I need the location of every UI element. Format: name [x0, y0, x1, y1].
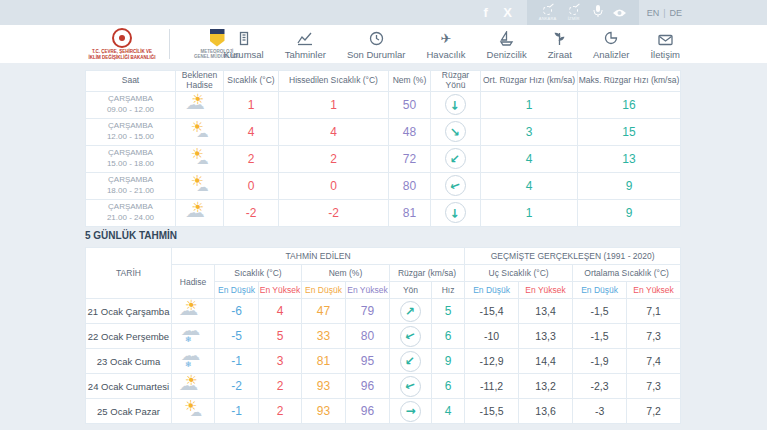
feels-like-value: 1 — [279, 91, 389, 118]
lang-separator: | — [663, 8, 665, 18]
humidity-value: 81 — [389, 199, 431, 226]
temp-high: 2 — [259, 374, 302, 399]
wind-direction-icon: → — [445, 175, 466, 196]
weather-icon — [183, 176, 217, 196]
hum-low: 93 — [302, 374, 346, 399]
max-wind-value: 13 — [578, 145, 681, 172]
weather-icon — [183, 203, 217, 223]
temp-value: 4 — [224, 118, 279, 145]
temp-high: 4 — [259, 299, 302, 324]
hum-low-header: En Düşük — [302, 282, 346, 299]
extreme-low: -12,9 — [465, 349, 519, 374]
city-widget-izmir[interactable]: İZMİR — [561, 5, 587, 21]
avg-high: 7,2 — [627, 399, 681, 424]
weather-icon — [176, 401, 210, 421]
temp-high: 5 — [259, 324, 302, 349]
date-label: 22 Ocak Perşembe — [86, 324, 172, 349]
group-forecast: TAHMİN EDİLEN — [172, 248, 465, 265]
col-ruzgar-yonu: Rüzgar Yönü — [431, 71, 481, 92]
extreme-low: -11,2 — [465, 374, 519, 399]
lang-de[interactable]: DE — [669, 8, 682, 18]
hourly-header-row: Saat Beklenen Hadise Sıcaklık (°C) Hisse… — [86, 71, 681, 92]
subcol-avg-temp: Ortalama Sıcaklık (°C) — [573, 265, 681, 282]
date-label: 25 Ocak Pazar — [86, 399, 172, 424]
content-area: Saat Beklenen Hadise Sıcaklık (°C) Hisse… — [0, 63, 767, 430]
avg-low: -3 — [573, 399, 627, 424]
daily-row: 24 Ocak Cumartesi -2 2 93 96 → 6 -11,2 1… — [86, 374, 681, 399]
group-past: GEÇMİŞTE GERÇEKLEŞEN (1991 - 2020) — [465, 248, 681, 265]
col-maks-hiz: Maks. Rüzgar Hızı (km/sa) — [578, 71, 681, 92]
nav-ziraat[interactable]: Ziraat — [548, 29, 572, 60]
weather-icon — [176, 301, 210, 321]
hum-low: 81 — [302, 349, 346, 374]
wind-dir-header: Yön — [390, 282, 432, 299]
wind-direction-icon: → — [400, 351, 421, 372]
max-wind-value: 15 — [578, 118, 681, 145]
lang-en[interactable]: EN — [647, 8, 660, 18]
date-label: 21 Ocak Çarşamba — [86, 299, 172, 324]
five-day-title: 5 GÜNLÜK TAHMİN — [85, 230, 177, 241]
language-switcher: EN | DE — [647, 8, 682, 18]
line-chart-icon — [285, 29, 326, 46]
nav-denizcilik[interactable]: Denizcilik — [487, 29, 527, 60]
col-hadise: Beklenen Hadise — [176, 71, 224, 92]
gear-sun-icon — [569, 6, 578, 15]
nav-analizler[interactable]: Analizler — [593, 29, 629, 60]
subcol-extreme-temp: Uç Sıcaklık (°C) — [465, 265, 573, 282]
nav-kurumsal[interactable]: Kurumsal — [224, 29, 264, 60]
extreme-low: -15,5 — [465, 399, 519, 424]
eye-accessibility-icon[interactable] — [609, 4, 631, 22]
time-range: 12.00 - 15.00 — [86, 132, 175, 143]
feels-like-value: 4 — [279, 118, 389, 145]
hourly-forecast-table: Saat Beklenen Hadise Sıcaklık (°C) Hisse… — [85, 70, 681, 227]
nav-son-durumlar[interactable]: Son Durumlar — [347, 29, 406, 60]
facebook-icon[interactable]: f — [475, 5, 497, 20]
hum-high: 95 — [346, 349, 390, 374]
avg-low: -1,5 — [573, 299, 627, 324]
wind-speed: 5 — [432, 299, 465, 324]
feels-like-value: 0 — [279, 172, 389, 199]
extreme-high: 13,2 — [519, 374, 573, 399]
date-label: 24 Ocak Cumartesi — [86, 374, 172, 399]
hum-low: 93 — [302, 399, 346, 424]
time-range: 15.00 - 18.00 — [86, 159, 175, 170]
hourly-row: ÇARŞAMBA18.00 - 21.00 0 0 80 → 4 9 — [86, 172, 681, 199]
extreme-low: -15,4 — [465, 299, 519, 324]
weather-icon — [176, 351, 210, 371]
wind-direction-icon: → — [445, 202, 466, 223]
x-twitter-icon[interactable]: X — [497, 5, 519, 20]
nav-tahminler[interactable]: Tahminler — [285, 29, 326, 60]
max-wind-value: 9 — [578, 172, 681, 199]
ministry-emblem-icon — [112, 28, 132, 48]
date-label: 23 Ocak Cuma — [86, 349, 172, 374]
max-wind-value: 9 — [578, 199, 681, 226]
hum-high-header: En Yüksek — [346, 282, 390, 299]
wind-direction-icon: → — [400, 401, 421, 422]
wind-speed: 6 — [432, 374, 465, 399]
day-label: ÇARŞAMBA — [86, 148, 175, 159]
extreme-high: 14,4 — [519, 349, 573, 374]
daily-header-row2: Hadise Sıcaklık (°C) Nem (%) Rüzgar (km/… — [86, 265, 681, 282]
feels-like-value: -2 — [279, 199, 389, 226]
wind-direction-icon: → — [445, 148, 466, 169]
temp-low: -2 — [215, 374, 259, 399]
ministry-logo[interactable]: T.C. ÇEVRE, ŞEHİRCİLİK VE İKLİM DEĞİŞİKL… — [85, 28, 159, 61]
extreme-low: -10 — [465, 324, 519, 349]
topbar-tool-box: ANKARA İZMİR — [527, 0, 639, 25]
avg-high-header: En Yüksek — [627, 282, 681, 299]
nav-havacilik[interactable]: ✈ Havacılık — [427, 29, 466, 60]
max-wind-value: 16 — [578, 91, 681, 118]
hum-high: 79 — [346, 299, 390, 324]
wind-direction-icon: → — [400, 301, 421, 322]
avg-low: -1,9 — [573, 349, 627, 374]
hum-high: 96 — [346, 399, 390, 424]
microphone-icon[interactable] — [587, 4, 609, 22]
temp-low: -5 — [215, 324, 259, 349]
nav-iletisim[interactable]: İletişim — [650, 29, 680, 60]
wind-direction-icon: → — [400, 376, 421, 397]
hum-low: 33 — [302, 324, 346, 349]
humidity-value: 80 — [389, 172, 431, 199]
city-widget-ankara[interactable]: ANKARA — [535, 5, 561, 21]
extreme-high: 13,4 — [519, 299, 573, 324]
weather-icon — [183, 149, 217, 169]
